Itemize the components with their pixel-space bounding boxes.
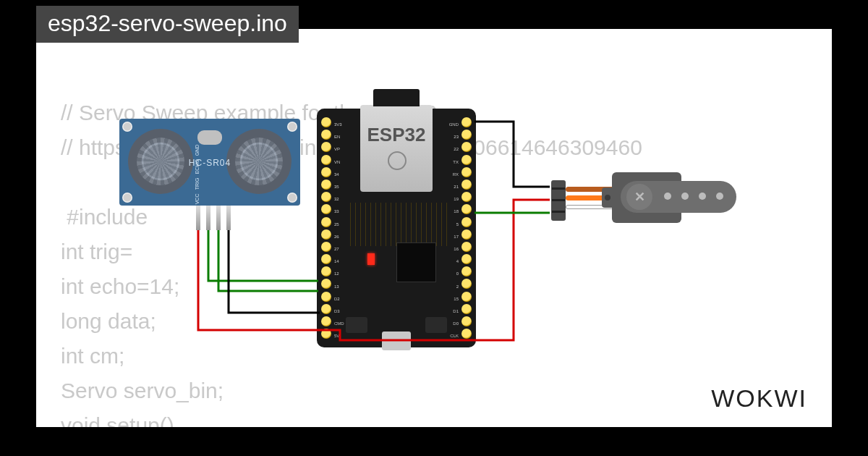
esp32-pin[interactable] <box>321 204 331 214</box>
espressif-logo-icon <box>388 151 407 170</box>
pin-label: 4 <box>449 256 459 268</box>
esp32-pin[interactable] <box>461 192 472 202</box>
esp32-right-pin-labels: GND2322TXRX2119185171640215D1D0CLK <box>449 119 459 343</box>
esp32-left-pin-labels: 3V3ENVPVN34353233252627141213D2D3CMD5V <box>334 119 344 343</box>
esp32-pin[interactable] <box>461 167 472 177</box>
mounting-hole-icon <box>122 193 132 203</box>
hc-sr04-sensor[interactable]: HC-SR04 VCC TRIG ECHO GND <box>119 119 300 206</box>
esp32-pin[interactable] <box>461 229 472 240</box>
esp32-pin[interactable] <box>461 292 472 302</box>
esp32-pin[interactable] <box>461 142 472 152</box>
esp32-pin[interactable] <box>321 217 331 227</box>
wire-sensor-gnd <box>229 230 320 313</box>
esp32-left-pins <box>321 117 331 341</box>
servo-connector <box>551 180 566 221</box>
esp32-pin[interactable] <box>321 316 331 326</box>
pin-label: EN <box>334 131 344 143</box>
esp32-pin[interactable] <box>321 254 331 264</box>
pin-label: 18 <box>449 206 459 218</box>
pin-label: VCC <box>195 193 200 204</box>
pin-label: 5 <box>449 219 459 231</box>
pin-label: VN <box>334 156 344 169</box>
antenna-icon <box>373 89 420 106</box>
esp32-pin[interactable] <box>461 329 472 339</box>
esp32-pin[interactable] <box>321 192 331 202</box>
esp32-pin[interactable] <box>321 242 331 252</box>
wire-echo <box>218 230 318 291</box>
pin-label: 2 <box>449 281 459 293</box>
esp32-pin[interactable] <box>321 130 331 140</box>
esp32-pin[interactable] <box>321 155 331 165</box>
pin-label: 25 <box>334 219 344 231</box>
pin-label: 32 <box>334 193 344 206</box>
pin-label: 27 <box>334 243 344 256</box>
pin-label: 17 <box>449 231 459 243</box>
pin-label: CLK <box>449 330 459 342</box>
circuit-diagram: HC-SR04 VCC TRIG ECHO GND 3V3ENVPVN34353… <box>36 29 832 427</box>
esp32-right-pins <box>461 117 472 341</box>
esp32-pin[interactable] <box>461 279 472 289</box>
pin-label: 22 <box>449 143 459 156</box>
pin-label: CMD <box>334 318 344 330</box>
pin-label: 21 <box>449 181 459 193</box>
pin-label: D1 <box>449 305 459 318</box>
usb-uart-chip-icon <box>396 242 436 282</box>
mounting-hole-icon <box>287 193 297 203</box>
esp32-pin[interactable] <box>461 217 472 227</box>
pin-label: 34 <box>334 169 344 181</box>
esp32-pin[interactable] <box>321 180 331 190</box>
en-button[interactable] <box>346 317 367 333</box>
esp32-pin[interactable] <box>321 167 331 177</box>
pin-label: GND <box>195 145 200 156</box>
crystal-icon <box>197 130 222 145</box>
pin-label: 13 <box>334 281 344 293</box>
pin-label: 14 <box>334 256 344 268</box>
wire-trig <box>208 230 318 281</box>
mounting-hole-icon <box>287 122 297 132</box>
esp32-rf-shield: ESP32 <box>360 105 433 192</box>
mounting-hole-icon <box>122 122 132 132</box>
sensor-label: HC-SR04 <box>119 158 300 168</box>
pin-label: 3V3 <box>334 119 344 131</box>
esp32-pin[interactable] <box>461 204 472 214</box>
file-title-tab: esp32-servo-sweep.ino <box>36 6 299 43</box>
esp32-pin[interactable] <box>321 279 331 289</box>
esp32-pin[interactable] <box>461 254 472 264</box>
esp32-devkit[interactable]: 3V3ENVPVN34353233252627141213D2D3CMD5V G… <box>317 109 476 347</box>
pin-label: TRIG <box>195 177 200 190</box>
pin-label: 5V <box>334 330 344 342</box>
boot-button[interactable] <box>425 317 447 333</box>
esp32-pin[interactable] <box>461 117 472 127</box>
pin-label: 0 <box>449 268 459 280</box>
sensor-header-pins <box>196 206 231 230</box>
pin-label: VP <box>334 143 344 156</box>
esp32-pin[interactable] <box>321 117 331 127</box>
pin-label: 16 <box>449 243 459 256</box>
esp32-pin[interactable] <box>461 242 472 252</box>
pin-label: 33 <box>334 206 344 218</box>
pin-label: 35 <box>334 181 344 193</box>
power-led-icon <box>367 253 375 265</box>
esp32-pin[interactable] <box>461 316 472 326</box>
pin-label: D0 <box>449 318 459 330</box>
pin-label: D3 <box>334 305 344 318</box>
esp32-pin[interactable] <box>321 229 331 240</box>
esp32-pin[interactable] <box>321 329 331 339</box>
pin-label: GND <box>449 119 459 131</box>
esp32-pin[interactable] <box>461 130 472 140</box>
pin-label: 15 <box>449 293 459 305</box>
servo-screw-icon: ✕ <box>634 189 645 205</box>
esp32-pin[interactable] <box>321 292 331 302</box>
esp32-pin[interactable] <box>321 142 331 152</box>
esp32-pin[interactable] <box>461 266 472 276</box>
pin-label: 23 <box>449 131 459 143</box>
esp32-chip-label: ESP32 <box>360 124 433 146</box>
pin-label: TX <box>449 156 459 169</box>
esp32-pin[interactable] <box>461 155 472 165</box>
esp32-pin[interactable] <box>321 304 331 314</box>
esp32-pin[interactable] <box>321 266 331 276</box>
pin-label: D2 <box>334 293 344 305</box>
sensor-pin-labels: VCC TRIG ECHO GND <box>195 145 200 204</box>
esp32-pin[interactable] <box>461 304 472 314</box>
esp32-pin[interactable] <box>461 180 472 190</box>
